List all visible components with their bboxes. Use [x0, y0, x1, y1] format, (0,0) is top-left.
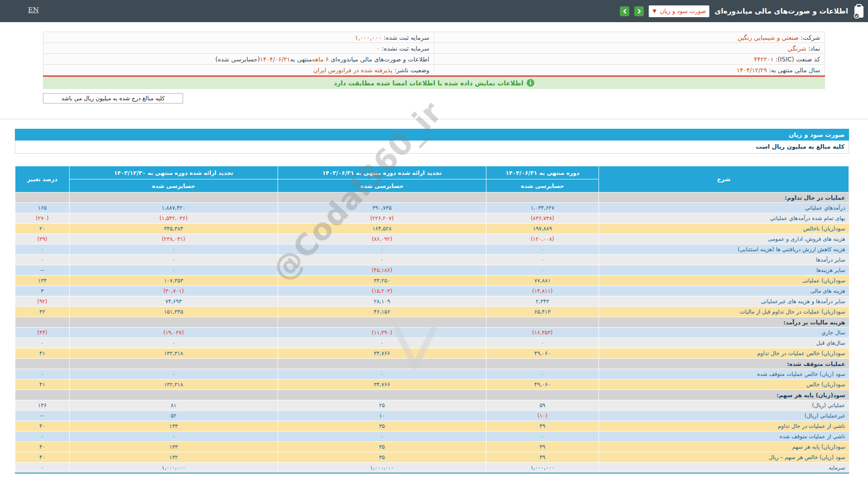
subheader-audited-1: حسابرسی شده: [486, 179, 599, 192]
row-label: هزینه های فروش، اداری و عمومی: [599, 234, 849, 244]
info-value: ۱۴۰۴/۱۲/۲۹: [736, 66, 767, 74]
company-info-section: شرکت: صنعتي و شيميايي رنگينسرمایه ثبت شد…: [43, 32, 825, 89]
cell-value: ۱۳۲,۳۱۸: [69, 348, 278, 359]
info-label: کد صنعت (ISIC):: [774, 56, 820, 63]
next-statement-button[interactable]: [634, 6, 644, 16]
cell-value: ۵۹: [486, 400, 599, 411]
row-label: سود(زیان) خالص: [599, 380, 849, 390]
cell-value: [15, 359, 70, 369]
cell-value: ۷۷,۸۸۱: [486, 276, 599, 286]
row-label: سرمایه: [599, 463, 849, 473]
table-row: سال‌هاي قبل۰۰۰۰: [15, 338, 849, 348]
cell-value: ۴۱: [15, 380, 70, 390]
cell-value: [15, 192, 70, 203]
cell-value: ۱۳۴: [15, 276, 70, 286]
cell-value: ۱,۸۸۷,۴۲۰: [69, 203, 278, 213]
cell-value: ۴۰: [15, 421, 70, 432]
info-row: شرکت: صنعتي و شيميايي رنگينسرمایه ثبت شد…: [43, 32, 825, 43]
cell-value: ۱,۰۰۰,۰۰۰: [69, 463, 278, 473]
cell-value: ۴۱: [15, 348, 70, 359]
info-row: نماد: شرنگيسرمایه ثبت نشده: ۰: [43, 43, 825, 54]
cell-value: ۴۹: [486, 442, 599, 452]
section-row: هزینه مالیات بر درآمد:: [15, 317, 849, 328]
info-period-segment: ۱۴۰۴/۰۶/۳۱: [260, 56, 290, 63]
table-row: سود(زیان) عملیات در حال تداوم قبل از مال…: [15, 307, 849, 317]
table-row: درآمدهاي عملياتي۱,۰۳۴,۶۲۷۳۹۰,۷۳۵۱,۸۸۷,۴۲…: [15, 203, 849, 213]
previous-statement-button[interactable]: [620, 6, 629, 16]
cell-value: ۴۰: [15, 442, 70, 452]
cell-value: ۰: [15, 463, 70, 473]
cell-value: ۱۳۳: [69, 442, 278, 452]
row-label: عملیاتي (ریال): [599, 400, 849, 411]
cell-value: (۱,۵۴۲,۰۳۶): [69, 213, 278, 224]
subheader-audited-2: حسابرسی شده: [278, 179, 486, 192]
info-value: ۴۴۲۲۰۱: [754, 56, 774, 63]
language-switch-en[interactable]: EN: [28, 6, 39, 14]
clipboard-report-icon: [853, 4, 865, 19]
cell-value: ۲,۳۴۳: [486, 296, 599, 307]
table-row: سود (زیان) خالص هر سهم – ریال۴۹۳۵۱۳۲۴۰: [15, 452, 849, 463]
cell-value: ۱,۰۳۴,۶۲۷: [486, 203, 599, 213]
table-row: سال جاري(۱۶,۳۵۳)(۱۱,۳۹۰)(۱۹,۰۲۷)(۴۴): [15, 328, 849, 338]
cell-value: (۱۲۰,۰۰۸): [486, 234, 599, 244]
cell-value: ۴۹: [486, 421, 599, 432]
page-title: اطلاعات و صورت‌های مالی میاندوره‌ای: [714, 7, 848, 15]
table-row: سود(زیان) عملیاتی۷۷,۸۸۱۳۳,۲۵۰۱۰۷,۳۵۳۱۳۴: [15, 276, 849, 286]
row-label: سود(زیان) عملیات در حال تداوم قبل از مال…: [599, 307, 849, 317]
cell-value: [278, 390, 486, 400]
cell-value: (۱۶,۳۵۳): [486, 328, 599, 338]
table-row: عملیاتي (ریال)۵۹۲۵۸۱۱۳۶: [15, 400, 849, 411]
info-cell-left: وضعیت ناشر: پذیرفته شده در فرابورس ایران: [43, 65, 434, 75]
topbar-right-group: اطلاعات و صورت‌های مالی میاندوره‌ای صورت…: [620, 0, 865, 22]
cell-value: [15, 390, 70, 400]
row-label: سود(زیان) خالص عملیات در حال تداوم: [599, 348, 849, 359]
info-period-segment: اطلاعات و صورت‌های مالی میاندوره‌ای: [329, 56, 429, 63]
info-cell-right: سال مالی منتهی به: ۱۴۰۴/۱۲/۲۹: [434, 65, 825, 75]
cell-value: ۲۰: [15, 224, 70, 234]
section-row: عملیات متوقف شده:: [15, 359, 849, 369]
table-row: بهای تمام شده درآمدهاي عملياتي(۸۳۶,۷۳۸)(…: [15, 213, 849, 224]
info-cell-left: اطلاعات و صورت‌های مالی میاندوره‌ای ۶ ما…: [43, 54, 434, 65]
statement-select-dropdown[interactable]: صورت سود و زیان ▼: [649, 5, 709, 17]
cell-value: ۰: [278, 369, 486, 380]
cell-value: (۲۳۸,۰۳۱): [69, 234, 278, 244]
statement-title-bar: صورت سود و زیان: [15, 129, 849, 141]
cell-value: [69, 317, 278, 328]
info-value: پذیرفته شده در فرابورس ایران: [313, 66, 392, 74]
info-value: شرنگي: [788, 45, 806, 52]
cell-value: ۴۲: [15, 307, 70, 317]
chevron-down-icon: ▼: [652, 9, 656, 14]
info-label: شرکت:: [799, 34, 820, 41]
cell-value: [278, 317, 486, 328]
row-label: ناشي از عملیات متوقف شده: [599, 432, 849, 442]
cell-value: (۱۹,۰۲۷): [69, 328, 278, 338]
info-label: وضعیت ناشر:: [392, 66, 429, 74]
cell-value: ۱۹۷,۸۸۹: [486, 224, 599, 234]
confirmation-text: اطلاعات نمایش داده شده با اطلاعات امضا ش…: [334, 80, 523, 87]
cell-value: ۴۹: [486, 452, 599, 463]
row-label: سایر درآمدها: [599, 255, 849, 265]
row-label: عملیات در حال تداوم:: [599, 192, 849, 203]
cell-value: ۳۴,۷۶۶: [278, 380, 486, 390]
row-label: سود (زیان) خالص عملیات متوقف شده: [599, 369, 849, 380]
cell-value: ۴۰: [15, 452, 70, 463]
table-row: هزینه های فروش، اداری و عمومی(۱۲۰,۰۰۸)(۸…: [15, 234, 849, 244]
row-label: درآمدهاي عملياتي: [599, 203, 849, 213]
cell-value: ۰: [486, 255, 599, 265]
cell-value: [69, 192, 278, 203]
cell-value: (۸۳۶,۷۳۸): [486, 213, 599, 224]
row-label: سود (زیان) خالص هر سهم – ریال: [599, 452, 849, 463]
cell-value: [15, 317, 70, 328]
col-header-description: شرح: [599, 166, 849, 192]
cell-value: ۰: [486, 244, 599, 255]
cell-value: ۴۹,۰۶۰: [486, 348, 599, 359]
cell-value: ۷۴,۶۹۳: [69, 296, 278, 307]
cell-value: ۱۶۵: [15, 203, 70, 213]
cell-value: (۴۴): [15, 328, 70, 338]
cell-value: ۸۱: [69, 400, 278, 411]
table-row: سود(زیان) پایه هر سهم۴۹۳۵۱۳۳۴۰: [15, 442, 849, 452]
cell-value: ۳: [15, 286, 70, 296]
cell-value: ۳۵: [278, 452, 486, 463]
info-label: نماد:: [806, 45, 820, 52]
cell-value: (۲۲۶,۲۰۷): [278, 213, 486, 224]
